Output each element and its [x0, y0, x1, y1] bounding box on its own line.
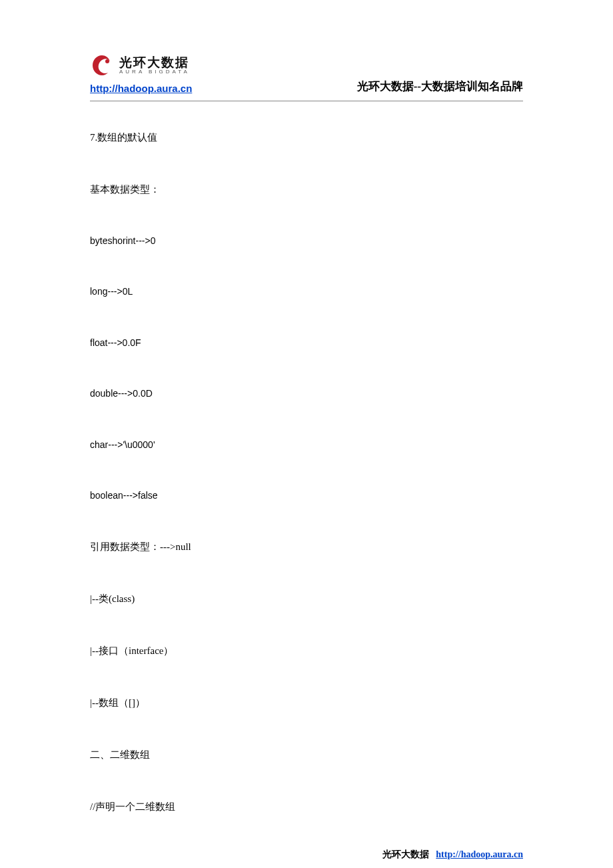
logo-cn-text: 光环大数据 [119, 56, 190, 69]
para-declare-2d-array: //声明一个二维数组 [90, 799, 523, 815]
para-float: float--->0.0F [90, 335, 523, 350]
para-double: double--->0.0D [90, 386, 523, 401]
para-byte-short-int: byteshorint--->0 [90, 233, 523, 248]
para-char: char--->'\u0000' [90, 437, 523, 452]
logo-en-text: AURA BIGDATA [119, 69, 190, 75]
header-url-link[interactable]: http://hadoop.aura.cn [90, 83, 192, 94]
page-footer: 光环大数据 http://hadoop.aura.cn [382, 849, 523, 861]
para-boolean: boolean--->false [90, 488, 523, 503]
header-title: 光环大数据--大数据培训知名品牌 [357, 79, 523, 94]
para-array: |--数组（[]） [90, 695, 523, 711]
aura-swirl-icon [90, 53, 114, 77]
para-2d-array-heading: 二、二维数组 [90, 747, 523, 763]
para-class: |--类(class) [90, 591, 523, 607]
para-reference-types: 引用数据类型：--->null [90, 539, 523, 555]
logo-block: 光环大数据 AURA BIGDATA http://hadoop.aura.cn [90, 53, 192, 94]
para-interface: |--接口（interface） [90, 643, 523, 659]
para-basic-types: 基本数据类型： [90, 181, 523, 197]
page-header: 光环大数据 AURA BIGDATA http://hadoop.aura.cn… [90, 53, 523, 101]
footer-label: 光环大数据 [382, 849, 429, 859]
document-page: 光环大数据 AURA BIGDATA http://hadoop.aura.cn… [0, 0, 613, 868]
logo-text: 光环大数据 AURA BIGDATA [119, 56, 190, 75]
document-body: 7.数组的默认值 基本数据类型： byteshorint--->0 long--… [90, 129, 523, 815]
footer-url-link[interactable]: http://hadoop.aura.cn [436, 849, 523, 859]
para-heading-default-values: 7.数组的默认值 [90, 129, 523, 145]
logo-row: 光环大数据 AURA BIGDATA [90, 53, 192, 77]
svg-point-0 [105, 59, 109, 63]
para-long: long--->0L [90, 284, 523, 299]
